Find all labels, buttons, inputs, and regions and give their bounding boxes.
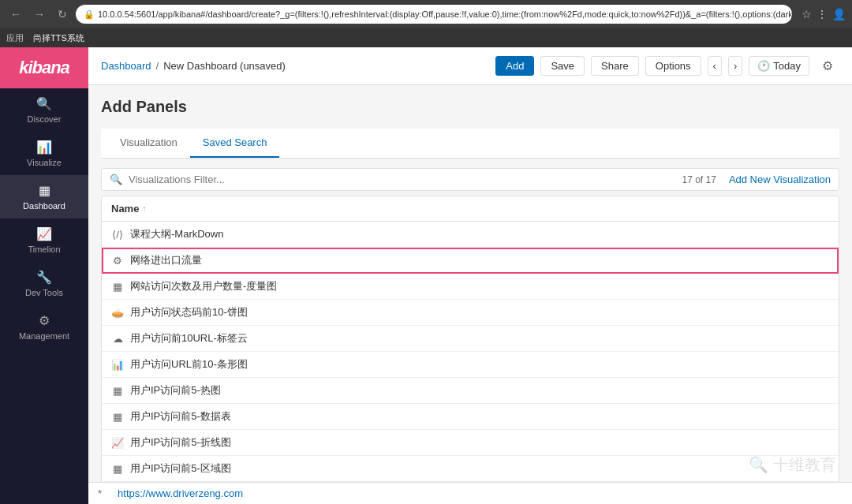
table-row[interactable]: ▦ 用户IP访问前5-数据表 xyxy=(102,404,839,430)
row-icon-6: ▦ xyxy=(111,385,124,397)
save-button[interactable]: Save xyxy=(540,56,585,76)
footer: * https://www.driverzeng.com xyxy=(88,482,852,504)
nav-back-button[interactable]: ← xyxy=(6,6,25,22)
table-row[interactable]: ⚙ 网络进出口流量 xyxy=(102,248,839,274)
today-label: Today xyxy=(773,60,801,72)
header-actions: Add Save Share Options ‹ › 🕐 Today ⚙ xyxy=(495,55,839,77)
apps-label[interactable]: 应用 xyxy=(6,32,24,44)
discover-icon: 🔍 xyxy=(36,96,52,111)
options-button[interactable]: Options xyxy=(645,56,701,76)
add-button[interactable]: Add xyxy=(495,56,534,76)
row-icon-0: ⟨/⟩ xyxy=(111,229,124,241)
table-row[interactable]: ☁ 用户访问前10URL-标签云 xyxy=(102,326,839,352)
url-text: 10.0.0.54:5601/app/kibana#/dashboard/cre… xyxy=(98,9,792,19)
visualize-icon: 📊 xyxy=(36,140,52,155)
next-button[interactable]: › xyxy=(728,56,742,76)
timelion-icon: 📈 xyxy=(36,226,52,241)
management-icon: ⚙ xyxy=(39,313,50,328)
prev-button[interactable]: ‹ xyxy=(708,56,722,76)
dashboard-icon: ▦ xyxy=(39,183,50,198)
search-input[interactable] xyxy=(129,174,676,185)
table-row[interactable]: 🥧 用户访问状态码前10-饼图 xyxy=(102,300,839,326)
sidebar-item-management[interactable]: ⚙ Management xyxy=(0,305,88,349)
row-icon-4: ☁ xyxy=(111,333,124,345)
search-row: 🔍 17 of 17 Add New Visualization xyxy=(101,168,839,191)
breadcrumb-current: New Dashboard (unsaved) xyxy=(163,60,286,72)
breadcrumb: Dashboard / New Dashboard (unsaved) xyxy=(101,60,286,72)
row-name-2: 网站访问次数及用户数量-度量图 xyxy=(130,279,829,293)
table-row[interactable]: ▦ 网站访问次数及用户数量-度量图 xyxy=(102,274,839,300)
visualization-table: Name ↑ ⟨/⟩ 课程大纲-MarkDown ⚙ 网络进出口流量 ▦ 网站访… xyxy=(101,196,839,482)
header-bar: Dashboard / New Dashboard (unsaved) Add … xyxy=(88,47,852,85)
row-icon-7: ▦ xyxy=(111,411,124,423)
main-layout: kibana 🔍 Discover 📊 Visualize ▦ Dashboar… xyxy=(0,47,852,504)
search-count: 17 of 17 xyxy=(682,174,723,185)
row-name-4: 用户访问前10URL-标签云 xyxy=(130,331,829,345)
table-row[interactable]: 📊 用户访问URL前10-条形图 xyxy=(102,352,839,378)
share-button[interactable]: Share xyxy=(591,56,639,76)
name-column-header: Name xyxy=(111,203,139,215)
today-button[interactable]: 🕐 Today xyxy=(749,56,809,76)
row-icon-2: ▦ xyxy=(111,281,124,293)
row-name-1: 网络进出口流量 xyxy=(130,253,829,267)
sidebar-item-dashboard-label: Dashboard xyxy=(23,201,65,211)
tab-visualization[interactable]: Visualization xyxy=(107,129,190,158)
table-row[interactable]: ⟨/⟩ 课程大纲-MarkDown xyxy=(102,222,839,248)
search-icon: 🔍 xyxy=(110,174,122,185)
tabs-bar: Visualization Saved Search xyxy=(101,129,839,159)
browser-actions: ☆ ⋮ 👤 xyxy=(802,8,846,21)
header-settings-button[interactable]: ⚙ xyxy=(816,55,839,77)
row-name-7: 用户IP访问前5-数据表 xyxy=(130,409,829,424)
row-icon-1: ⚙ xyxy=(111,255,124,267)
sidebar-item-discover-label: Discover xyxy=(28,114,62,124)
footer-star: * xyxy=(98,487,102,499)
row-name-9: 用户IP访问前5-区域图 xyxy=(130,461,829,476)
panel-title: Add Panels xyxy=(101,98,839,116)
panel-area: Add Panels Visualization Saved Search 🔍 … xyxy=(88,85,852,482)
table-row[interactable]: 📈 用户IP访问前5-折线图 xyxy=(102,430,839,456)
add-visualization-link[interactable]: Add New Visualization xyxy=(729,174,831,185)
row-name-0: 课程大纲-MarkDown xyxy=(130,227,829,241)
profile-button[interactable]: 👤 xyxy=(832,8,846,21)
tab-saved-search[interactable]: Saved Search xyxy=(190,129,280,158)
sidebar-item-visualize[interactable]: 📊 Visualize xyxy=(0,132,88,175)
footer-link[interactable]: https://www.driverzeng.com xyxy=(118,487,243,499)
sidebar-item-devtools-label: Dev Tools xyxy=(25,288,63,297)
table-row[interactable]: ▦ 用户IP访问前5-热图 xyxy=(102,378,839,404)
row-name-6: 用户IP访问前5-热图 xyxy=(130,383,829,398)
sidebar-item-discover[interactable]: 🔍 Discover xyxy=(0,88,88,132)
table-row[interactable]: ▦ 用户IP访问前5-区域图 xyxy=(102,456,839,482)
row-name-5: 用户访问URL前10-条形图 xyxy=(130,357,829,371)
lock-icon: 🔒 xyxy=(84,9,95,20)
sidebar-item-timelion-label: Timelion xyxy=(28,245,60,254)
nav-forward-button[interactable]: → xyxy=(30,6,49,22)
bookmark-button[interactable]: ☆ xyxy=(802,8,812,21)
url-bar[interactable]: 🔒 10.0.0.54:5601/app/kibana#/dashboard/c… xyxy=(76,5,792,24)
row-name-8: 用户IP访问前5-折线图 xyxy=(130,435,829,450)
browser-settings-button[interactable]: ⋮ xyxy=(816,8,828,21)
sidebar-item-dashboard[interactable]: ▦ Dashboard xyxy=(0,175,88,218)
sidebar-item-management-label: Management xyxy=(19,331,69,341)
devtools-icon: 🔧 xyxy=(36,270,52,285)
tts-system-label[interactable]: 尚择TTS系统 xyxy=(33,32,84,44)
row-icon-8: 📈 xyxy=(111,437,124,449)
sidebar-item-visualize-label: Visualize xyxy=(27,158,62,167)
row-icon-3: 🥧 xyxy=(111,307,124,319)
sidebar-item-timelion[interactable]: 📈 Timelion xyxy=(0,218,88,262)
row-icon-5: 📊 xyxy=(111,359,124,371)
kibana-logo: kibana xyxy=(0,47,88,88)
sort-icon[interactable]: ↑ xyxy=(142,204,146,213)
nav-refresh-button[interactable]: ↻ xyxy=(54,6,71,22)
row-icon-9: ▦ xyxy=(111,463,124,475)
sidebar: kibana 🔍 Discover 📊 Visualize ▦ Dashboar… xyxy=(0,47,88,504)
breadcrumb-separator: / xyxy=(156,60,159,72)
sidebar-item-devtools[interactable]: 🔧 Dev Tools xyxy=(0,262,88,305)
breadcrumb-root[interactable]: Dashboard xyxy=(101,60,151,72)
row-name-3: 用户访问状态码前10-饼图 xyxy=(130,305,829,319)
clock-icon: 🕐 xyxy=(757,60,770,72)
app-top-bar: 应用 尚择TTS系统 xyxy=(0,28,852,47)
table-header: Name ↑ xyxy=(102,196,839,222)
content-area: Dashboard / New Dashboard (unsaved) Add … xyxy=(88,47,852,504)
browser-chrome: ← → ↻ 🔒 10.0.0.54:5601/app/kibana#/dashb… xyxy=(0,0,852,28)
